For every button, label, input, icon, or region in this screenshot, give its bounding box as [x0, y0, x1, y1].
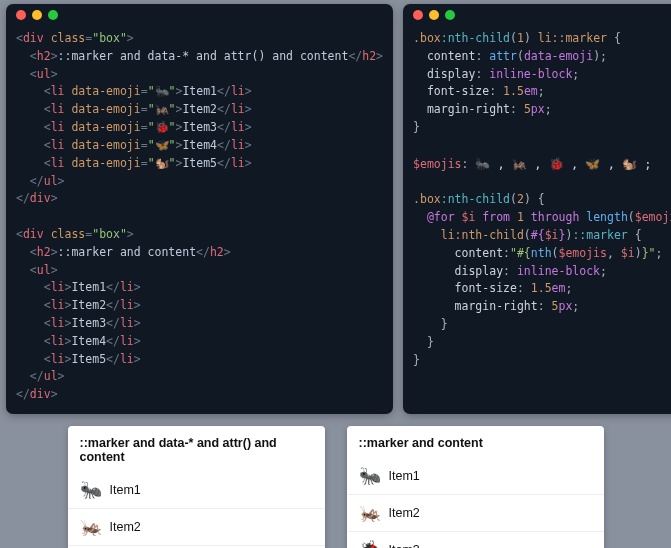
- html-source: <div class="box"> <h2>::marker and data-…: [16, 30, 383, 404]
- ant-icon: 🐜: [359, 465, 381, 487]
- close-icon[interactable]: [413, 10, 423, 20]
- list-item: 🐞Item3: [347, 531, 604, 548]
- minimize-icon[interactable]: [429, 10, 439, 20]
- ant-icon: 🐜: [80, 479, 102, 501]
- list-item-label: Item2: [389, 506, 420, 520]
- demo-box-2-title: ::marker and content: [347, 426, 604, 458]
- demo-box-2: ::marker and content 🐜Item1 🦗Item2 🐞Item…: [347, 426, 604, 548]
- list-item: 🐜Item1: [347, 458, 604, 494]
- demo-box-1-list: 🐜Item1 🦗Item2 🐞Item3 🦋Item4 🐿️Item5: [68, 472, 325, 548]
- list-item-label: Item1: [110, 483, 141, 497]
- ladybug-icon: 🐞: [359, 539, 381, 548]
- scss-source: .box:nth-child(1) li::marker { content: …: [413, 30, 671, 369]
- demo-box-2-list: 🐜Item1 🦗Item2 🐞Item3 🦋Item4 🐿️Item5: [347, 458, 604, 548]
- list-item: 🦗Item2: [68, 508, 325, 545]
- minimize-icon[interactable]: [32, 10, 42, 20]
- demo-box-1: ::marker and data-* and attr() and conte…: [68, 426, 325, 548]
- list-item-label: Item1: [389, 469, 420, 483]
- demo-box-1-title: ::marker and data-* and attr() and conte…: [68, 426, 325, 472]
- cricket-icon: 🦗: [80, 516, 102, 538]
- list-item: 🦗Item2: [347, 494, 604, 531]
- scss-code-editor: .box:nth-child(1) li::marker { content: …: [403, 4, 671, 414]
- zoom-icon[interactable]: [48, 10, 58, 20]
- list-item: 🐜Item1: [68, 472, 325, 508]
- close-icon[interactable]: [16, 10, 26, 20]
- html-code-editor: <div class="box"> <h2>::marker and data-…: [6, 4, 393, 414]
- window-traffic-lights: [16, 10, 383, 20]
- zoom-icon[interactable]: [445, 10, 455, 20]
- window-traffic-lights: [413, 10, 671, 20]
- list-item-label: Item3: [389, 543, 420, 548]
- cricket-icon: 🦗: [359, 502, 381, 524]
- list-item-label: Item2: [110, 520, 141, 534]
